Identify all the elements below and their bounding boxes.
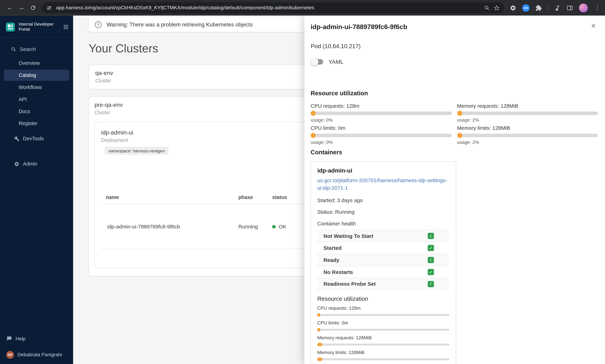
metric-cpu-requests: CPU requests: 128m usage: 0% [311, 103, 452, 123]
memory-limits-bar [457, 133, 598, 138]
metric-memory-requests: Memory requests: 128MiB usage: 2% [457, 103, 598, 123]
forward-icon[interactable]: → [15, 2, 27, 14]
container-resource-heading: Resource utilization [317, 295, 449, 302]
cpu-requests-bar [311, 111, 452, 116]
media-controls-icon[interactable] [554, 5, 561, 11]
sidebar-item-workflows[interactable]: Workflows [4, 82, 69, 93]
wrench-icon [14, 136, 19, 141]
container-card: idp-admin-ui us.gcr.io/platform-205701/h… [311, 161, 456, 364]
reload-icon[interactable] [27, 2, 39, 14]
metric-cpu-limits: CPU limits: 0m usage: 0% [311, 125, 452, 145]
help-button[interactable]: Help [6, 336, 67, 342]
address-bar[interactable]: app.harness.io/ng/account/vpCkHKsDSxK9_K… [42, 2, 504, 13]
column-header-name: name [101, 194, 238, 200]
url-text: app.harness.io/ng/account/vpCkHKsDSxK9_K… [56, 5, 480, 11]
health-row: Started ✓ [317, 242, 449, 254]
sidebar-item-admin[interactable]: Admin [4, 158, 69, 169]
bookmark-star-icon[interactable] [494, 5, 500, 11]
yaml-toggle[interactable] [311, 58, 324, 66]
extensions-puzzle-icon[interactable] [535, 5, 542, 11]
column-header-phase: phase [238, 194, 272, 200]
screen: ← → app.harness.io/ng/account/vpCkHKsDSx… [0, 0, 605, 364]
resource-utilization-heading: Resource utilization [311, 90, 598, 97]
sidebar-item-overview[interactable]: Overview [4, 57, 69, 69]
resource-metrics-grid: CPU requests: 128m usage: 0% Memory requ… [311, 103, 598, 145]
settings-gear-icon[interactable] [510, 5, 516, 11]
idp-logo-icon[interactable] [5, 22, 15, 32]
memory-requests-bar [457, 111, 598, 116]
portal-title: Internal Developer Portal [19, 22, 60, 32]
browser-toolbar: ← → app.harness.io/ng/account/vpCkHKsDSx… [0, 0, 605, 16]
metric-memory-limits: Memory limits: 128MiB usage: 2% [457, 125, 598, 145]
help-bubble-icon [6, 336, 12, 342]
pod-phase: Running [238, 224, 272, 230]
sidebar-item-catalog[interactable]: Catalog [4, 70, 69, 81]
drawer-title: idp-admin-ui-7889789fc6-9f6cb [311, 23, 407, 31]
sidebar-nav: Overview Catalog Workflows API Docs Regi… [0, 55, 73, 169]
user-profile[interactable]: DP Debabrata Panigrahi [6, 351, 67, 359]
namespace-badge: namespace: harness-nextgen [105, 147, 168, 155]
warning-text: Warning: There was a problem retrieving … [106, 21, 253, 27]
cpu-limits-bar [311, 133, 452, 138]
sidebar-item-docs[interactable]: Docs [4, 106, 69, 117]
status-ok-label: OK [279, 224, 286, 230]
user-avatar: DP [6, 351, 14, 359]
sidebar-search[interactable]: Search [0, 38, 73, 55]
check-icon: ✓ [428, 269, 434, 275]
check-icon: ✓ [428, 257, 434, 263]
browser-menu-icon[interactable]: ⋮ [594, 4, 601, 11]
zoom-extension-icon[interactable]: zm [522, 4, 529, 11]
container-memory-limits-bar [317, 358, 449, 361]
container-health-heading: Container health [317, 221, 449, 226]
user-name: Debabrata Panigrahi [17, 352, 62, 358]
apps-grid-icon[interactable] [64, 24, 68, 29]
health-row: Ready ✓ [317, 254, 449, 266]
back-icon[interactable]: ← [4, 2, 15, 14]
status-ok-dot [272, 225, 276, 228]
pod-subtitle: Pod (10.64.10.217) [311, 43, 598, 49]
search-icon[interactable] [484, 5, 490, 11]
sidebar-item-devtools[interactable]: DevTools [4, 133, 69, 144]
gear-icon [14, 161, 19, 167]
sidebar-header: Internal Developer Portal [0, 16, 73, 38]
containers-heading: Containers [311, 149, 598, 156]
yaml-toggle-label: YAML [329, 59, 343, 65]
container-health-table: Not Waiting To Start ✓ Started ✓ Ready ✓… [317, 230, 449, 290]
search-icon [11, 46, 16, 52]
sidebar-item-register[interactable]: Register [4, 118, 69, 129]
warning-icon: ! [95, 21, 102, 28]
toolbar-actions: zm ⋮ [510, 3, 601, 12]
close-icon[interactable]: × [589, 21, 598, 30]
pod-name: idp-admin-ui-7889789fc6-9f6cb [101, 224, 238, 230]
container-name: idp-admin-ui [317, 167, 449, 174]
health-row: No Restarts ✓ [317, 266, 449, 278]
check-icon: ✓ [428, 245, 434, 251]
health-row: Readiness Probe Set ✓ [317, 278, 449, 290]
container-started: Started: 3 days ago [317, 197, 449, 203]
container-cpu-limits-bar [317, 328, 449, 331]
sidebar-footer: Help DP Debabrata Panigrahi [0, 336, 73, 364]
container-memory-requests-bar [317, 343, 449, 346]
profile-avatar[interactable] [579, 3, 588, 12]
side-panel-icon[interactable] [566, 5, 573, 11]
sidebar-search-label: Search [20, 46, 36, 52]
toolbar-divider [548, 4, 548, 11]
container-status: Status: Running [317, 209, 449, 215]
check-icon: ✓ [428, 233, 434, 239]
sidebar: Internal Developer Portal Search Overvie… [0, 16, 73, 364]
pod-details-drawer: idp-admin-ui-7889789fc6-9f6cb × Pod (10.… [304, 16, 605, 364]
health-row: Not Waiting To Start ✓ [317, 230, 449, 242]
container-image-link[interactable]: us.gcr.io/platform-205701/harness/harnes… [317, 177, 449, 192]
check-icon: ✓ [428, 281, 434, 287]
sidebar-item-api[interactable]: API [4, 94, 69, 105]
container-cpu-requests-bar [317, 313, 449, 317]
site-info-icon[interactable] [46, 5, 52, 11]
